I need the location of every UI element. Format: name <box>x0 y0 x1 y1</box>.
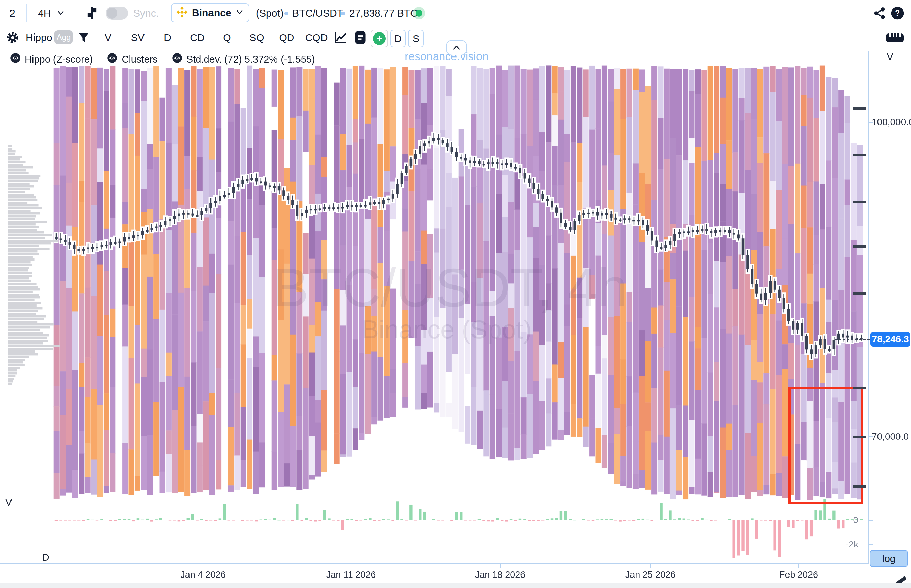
timeframe-selector[interactable]: 4H <box>38 7 51 19</box>
s-mode-button[interactable]: S <box>408 30 424 47</box>
collapse-toolbar-button[interactable] <box>446 40 467 55</box>
dot-separator <box>341 11 345 15</box>
legend-item-2[interactable]: Std.dev. (72) 5.372% (-1.555) <box>172 53 315 66</box>
toolbar-button-cd[interactable]: CD <box>183 26 212 49</box>
letter-button-group: VSVDCDQSQQDCQD <box>93 26 331 49</box>
footer-strip <box>0 583 911 588</box>
compare-flag-icon[interactable] <box>86 7 98 21</box>
time-axis-tick <box>351 563 351 568</box>
filter-icon[interactable] <box>77 31 90 45</box>
eye-icon[interactable] <box>107 53 118 66</box>
sync-label: Sync. <box>133 7 159 19</box>
chevron-down-icon <box>236 9 244 17</box>
last-price-badge: 78,246.3 <box>871 332 910 347</box>
axis-dark-tick <box>853 200 866 203</box>
axis-dark-tick <box>853 107 866 110</box>
ruler-icon[interactable] <box>885 32 904 45</box>
time-axis-label: Jan 11 2026 <box>326 570 376 580</box>
indicator-legend: Hippo (Z-score)ClustersStd.dev. (72) 5.3… <box>10 53 315 66</box>
time-axis-tick <box>500 563 501 568</box>
time-axis-tick <box>798 563 799 568</box>
time-axis-label: Jan 18 2026 <box>475 570 525 580</box>
toggle-knob <box>107 8 118 19</box>
toolbar-button-cqd[interactable]: CQD <box>302 26 331 49</box>
line-chart-icon[interactable] <box>334 31 348 46</box>
axis-dark-tick <box>853 436 866 438</box>
toolbar-button-d[interactable]: D <box>153 26 183 49</box>
live-status-dot <box>413 7 425 19</box>
d-mode-button[interactable]: D <box>390 30 406 47</box>
add-indicator-button[interactable]: + <box>371 30 388 47</box>
symbol-label: BTC/USDT <box>292 7 343 19</box>
axis-dark-tick <box>853 485 866 488</box>
axis-blue-tick <box>868 520 873 521</box>
separator <box>26 4 27 22</box>
separator <box>166 4 166 22</box>
toolbar-button-sv[interactable]: SV <box>123 26 153 49</box>
axis-dark-tick <box>853 245 866 248</box>
pane-label-depth: D <box>42 551 49 563</box>
last-price-dash <box>835 339 870 340</box>
legend-label: Hippo (Z-score) <box>25 54 93 65</box>
legend-label: Std.dev. (72) 5.372% (-1.555) <box>186 54 315 65</box>
indicator-name[interactable]: Hippo <box>26 32 52 43</box>
time-axis-label: Feb 2026 <box>779 570 818 580</box>
time-axis-tick <box>650 563 651 568</box>
axis-dark-tick <box>853 292 866 295</box>
toolbar-button-v[interactable]: V <box>93 26 123 49</box>
time-axis-line[interactable] <box>0 563 869 564</box>
sync-toggle[interactable] <box>106 7 128 19</box>
pane-label-volume-right: V <box>887 51 893 62</box>
app-window: 2 4H Sync. <box>0 0 911 588</box>
axis-dark-tick <box>853 387 866 389</box>
volume-24h: 27,838.77 BTC <box>349 7 418 19</box>
eye-icon[interactable] <box>10 53 21 66</box>
toolbar-button-qd[interactable]: QD <box>272 26 302 49</box>
eye-icon[interactable] <box>172 53 183 66</box>
top-bar: 2 4H Sync. <box>0 0 911 27</box>
time-axis-tick <box>203 563 204 568</box>
svg-text:?: ? <box>895 9 900 18</box>
pane-label-volume-left: V <box>5 497 12 508</box>
axis-blue-tick <box>868 544 873 545</box>
binance-logo-icon <box>176 6 188 19</box>
axis-dark-tick <box>853 154 866 156</box>
time-axis-label: Jan 25 2026 <box>625 570 676 580</box>
price-axis-label: 70,000.0 <box>872 431 909 442</box>
workspace-number[interactable]: 2 <box>10 7 15 19</box>
help-icon[interactable]: ? <box>891 6 904 21</box>
gear-icon[interactable] <box>6 31 19 45</box>
agg-badge[interactable]: Agg <box>55 31 73 44</box>
volume-neg-label: -2k <box>831 539 858 550</box>
price-axis-line[interactable] <box>868 52 869 563</box>
time-axis-label: Jan 4 2026 <box>180 570 226 580</box>
price-axis-label: 100,000.0 <box>872 117 909 128</box>
legend-item-0[interactable]: Hippo (Z-score) <box>10 53 93 66</box>
market-type: (Spot) <box>256 7 284 19</box>
exchange-name: Binance <box>192 7 231 19</box>
separator <box>79 4 79 22</box>
log-scale-button[interactable]: log <box>870 550 908 567</box>
chevron-down-icon[interactable] <box>56 10 65 18</box>
legend-item-1[interactable]: Clusters <box>107 53 157 66</box>
volume-zero-label: 0 <box>831 515 858 525</box>
legend-label: Clusters <box>121 54 157 65</box>
order-rows-icon[interactable] <box>354 31 367 46</box>
exchange-selector[interactable]: Binance <box>171 3 249 22</box>
dot-separator <box>284 11 288 15</box>
plus-icon: + <box>373 32 386 45</box>
toolbar-button-q[interactable]: Q <box>212 26 242 49</box>
price-heatmap-canvas[interactable] <box>0 0 911 588</box>
toolbar-button-sq[interactable]: SQ <box>242 26 272 49</box>
share-icon[interactable] <box>873 7 886 21</box>
annotation-red-box[interactable] <box>788 387 863 504</box>
